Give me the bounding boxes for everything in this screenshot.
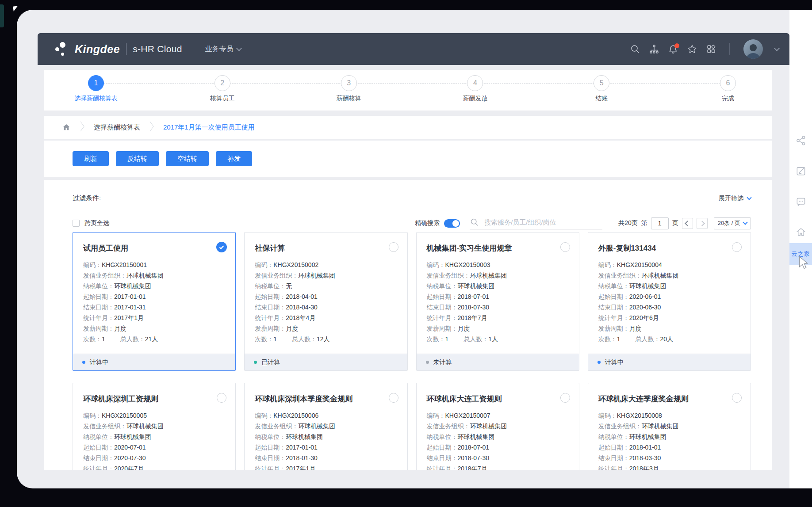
payroll-card[interactable]: 外服-复制131434 编码：KHGX20150004发信业务组织：环球机械集团… bbox=[588, 232, 751, 371]
card-field: 发信业务组织：环球机械集团 bbox=[83, 421, 225, 431]
role-menu[interactable]: 业务专员 bbox=[205, 45, 241, 54]
field-label: 统计年月： bbox=[83, 465, 114, 470]
total-pair: 总人数：21人 bbox=[120, 334, 158, 344]
card-field: 编码：KHGX20150001 bbox=[83, 259, 225, 270]
status-dot bbox=[426, 361, 429, 364]
chevron-down-icon bbox=[743, 220, 747, 225]
total-pair: 总人数：1人 bbox=[463, 334, 498, 344]
payroll-card[interactable]: 环球机床深圳工资规则 编码：KHGX20150005发信业务组织：环球机械集团纳… bbox=[73, 383, 236, 470]
card-title: 环球机床深圳本季度奖金规则 bbox=[245, 383, 407, 408]
select-radio[interactable] bbox=[389, 393, 398, 403]
step-number: 5 bbox=[594, 75, 609, 91]
field-label: 发信业务组织： bbox=[255, 423, 298, 430]
payroll-card[interactable]: 环球机床大连工资规则 编码：KHGX20150007发信业务组织：环球机械集团纳… bbox=[416, 383, 579, 470]
select-radio[interactable] bbox=[560, 242, 570, 252]
filter-title: 过滤条件: bbox=[73, 194, 101, 202]
payroll-card[interactable]: 环球机床大连季度奖金规则 编码：KHGX20150008发信业务组织：环球机械集… bbox=[588, 383, 751, 470]
wizard-step-1[interactable]: 1选择薪酬核算表 bbox=[70, 70, 122, 111]
share-icon[interactable] bbox=[795, 135, 807, 148]
wizard-step-5[interactable]: 5结账 bbox=[575, 70, 628, 111]
field-value: 环球机械集团 bbox=[458, 433, 495, 440]
field-value: 2018-01-01 bbox=[629, 444, 661, 451]
search-icon[interactable] bbox=[630, 44, 640, 54]
card-field: 起始日期：2018-07-01 bbox=[427, 291, 569, 302]
select-radio[interactable] bbox=[732, 393, 742, 403]
edit-icon[interactable] bbox=[795, 165, 807, 179]
checkbox-icon[interactable] bbox=[73, 220, 80, 227]
field-label: 起始日期： bbox=[427, 444, 458, 451]
precise-search-toggle[interactable] bbox=[444, 219, 460, 228]
home-icon[interactable] bbox=[62, 123, 71, 132]
home-icon[interactable] bbox=[795, 226, 807, 240]
chevron-down-icon[interactable] bbox=[774, 46, 780, 51]
payroll-card[interactable]: 环球机床深圳本季度奖金规则 编码：KHGX20150006发信业务组织：环球机械… bbox=[244, 383, 407, 470]
screen: { "accent_colors": {"button_blue": "#2e7… bbox=[0, 0, 812, 507]
field-label: 发信业务组织： bbox=[255, 272, 298, 279]
wizard-step-6[interactable]: 6完成 bbox=[702, 70, 754, 111]
card-title: 环球机床大连季度奖金规则 bbox=[588, 383, 751, 408]
wizard-step-3[interactable]: 3薪酬核算 bbox=[323, 70, 375, 111]
payroll-card[interactable]: 机械集团-实习生使用规章 编码：KHGX20150003发信业务组织：环球机械集… bbox=[416, 232, 579, 371]
page-number-input[interactable] bbox=[651, 217, 669, 229]
field-label: 总人数： bbox=[463, 335, 488, 343]
card-field: 统计年月：2018年3月 bbox=[598, 463, 740, 470]
field-label: 结束日期： bbox=[83, 304, 114, 311]
field-label: 纳税单位： bbox=[598, 433, 629, 440]
select-radio[interactable] bbox=[732, 242, 742, 252]
search-input[interactable] bbox=[483, 218, 602, 226]
comment-icon[interactable] bbox=[795, 196, 807, 209]
field-label: 结束日期： bbox=[255, 304, 286, 311]
field-label: 编码： bbox=[598, 412, 617, 419]
field-value: 1 bbox=[617, 335, 620, 343]
brand-name: Kingdee bbox=[75, 43, 120, 56]
wizard-step-4[interactable]: 4薪酬发放 bbox=[449, 70, 501, 111]
field-value: 环球机械集团 bbox=[114, 282, 151, 290]
payroll-card[interactable]: 试用员工使用 编码：KHGX20150001发信业务组织：环球机械集团纳税单位：… bbox=[73, 232, 236, 371]
card-fields: 编码：KHGX20150002发信业务组织：环球机械集团纳税单位：无起始日期：2… bbox=[245, 257, 407, 344]
page-size-select[interactable]: 20条 / 页 bbox=[714, 217, 751, 229]
wizard-step-2[interactable]: 2核算员工 bbox=[196, 70, 249, 111]
notification-bell-icon[interactable] bbox=[668, 44, 678, 54]
expand-filter-button[interactable]: 展开筛选 bbox=[719, 194, 751, 202]
breadcrumb-item[interactable]: 选择薪酬核算表 bbox=[94, 123, 140, 132]
user-avatar[interactable] bbox=[743, 39, 763, 59]
field-label: 起始日期： bbox=[427, 293, 458, 300]
field-value: KHGX20150004 bbox=[617, 261, 662, 268]
field-label: 纳税单位： bbox=[427, 282, 458, 290]
toolbar-button-反结转[interactable]: 反结转 bbox=[116, 151, 159, 166]
select-radio[interactable] bbox=[389, 242, 398, 252]
field-value: 环球机械集团 bbox=[642, 272, 679, 279]
field-value: 12人 bbox=[317, 335, 330, 343]
card-field: 编码：KHGX20150006 bbox=[255, 410, 397, 421]
field-value: 2018-07-01 bbox=[458, 293, 490, 300]
select-radio[interactable] bbox=[560, 393, 570, 403]
org-chart-icon[interactable] bbox=[649, 44, 659, 54]
field-value: KHGX20150007 bbox=[445, 412, 490, 419]
field-value: 环球机械集团 bbox=[470, 272, 507, 279]
field-value: 2017-01-01 bbox=[114, 293, 146, 300]
card-field: 纳税单位：无 bbox=[255, 281, 397, 291]
notification-dot bbox=[674, 43, 679, 48]
prev-page-button[interactable] bbox=[682, 218, 693, 229]
field-label: 结束日期： bbox=[427, 304, 458, 311]
status-dot bbox=[598, 361, 601, 364]
field-label: 发信业务组织： bbox=[598, 272, 642, 279]
payroll-card[interactable]: 社保计算 编码：KHGX20150002发信业务组织：环球机械集团纳税单位：无起… bbox=[244, 232, 407, 371]
favorite-star-icon[interactable] bbox=[687, 44, 697, 54]
next-page-button[interactable] bbox=[697, 218, 708, 229]
card-fields: 编码：KHGX20150006发信业务组织：环球机械集团纳税单位：环球机械集团起… bbox=[245, 408, 407, 470]
field-label: 编码： bbox=[83, 412, 102, 419]
field-label: 起始日期： bbox=[598, 444, 629, 451]
toolbar-button-刷新[interactable]: 刷新 bbox=[73, 151, 109, 166]
toolbar-button-补发[interactable]: 补发 bbox=[216, 151, 252, 166]
toolbar-button-空结转[interactable]: 空结转 bbox=[166, 151, 209, 166]
field-value: 2018-07-01 bbox=[458, 444, 490, 451]
chevron-down-icon bbox=[747, 195, 751, 200]
app-grid-icon[interactable] bbox=[706, 44, 716, 54]
mouse-cursor bbox=[797, 255, 811, 271]
breadcrumb-current-item[interactable]: 2017年1月第一次使用员工使用 bbox=[163, 123, 255, 132]
field-label: 起始日期： bbox=[83, 293, 114, 300]
card-field: 纳税单位：环球机械集团 bbox=[83, 281, 225, 291]
field-value: 环球机械集团 bbox=[126, 423, 164, 430]
select-all-checkbox[interactable]: 跨页全选 bbox=[73, 219, 109, 227]
